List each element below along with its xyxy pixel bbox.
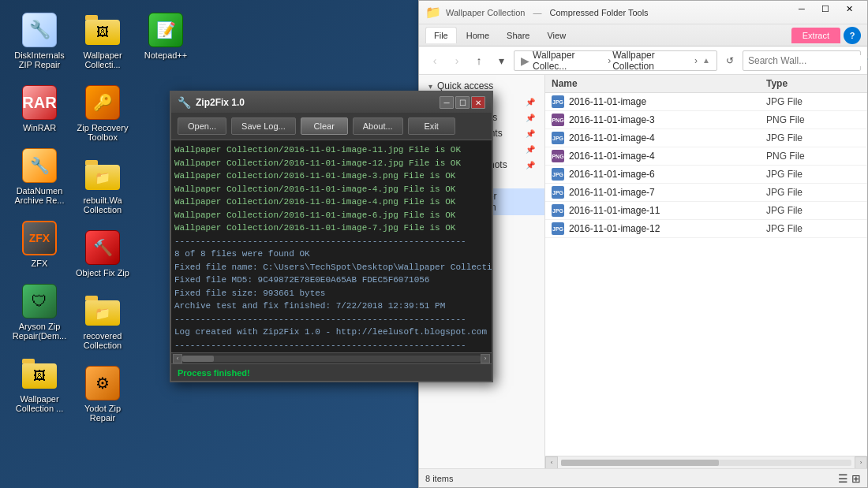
ribbon-tab-file[interactable]: File bbox=[425, 27, 457, 43]
file-row[interactable]: JPG 2016-11-01-image-7 JPG File bbox=[545, 184, 867, 202]
desktop-icon-aryson[interactable]: 🛡 Aryson Zip Repair(Dem... bbox=[8, 279, 71, 344]
desktop-icon-notepadpp[interactable]: 📝 Notepad++ bbox=[134, 8, 197, 63]
scroll-track-h bbox=[182, 356, 481, 362]
zip2fix-hscrollbar[interactable]: ‹ › bbox=[171, 352, 492, 363]
file-name: 2016-11-01-image bbox=[569, 96, 766, 107]
jpg-icon: JPG bbox=[552, 95, 564, 108]
icon-label-diskinternals: DiskInternals ZIP Repair bbox=[10, 50, 69, 69]
search-box[interactable]: 🔍 bbox=[743, 50, 861, 71]
ribbon-tab-home[interactable]: Home bbox=[458, 28, 497, 43]
explorer-path-title: Wallpaper Collection bbox=[446, 8, 525, 17]
desktop-icon-zip-recovery[interactable]: 🔑 Zip Recovery Toolbox bbox=[71, 80, 134, 145]
window-controls: ─ ☐ ✕ bbox=[790, 1, 861, 24]
zip2fix-window: 🔧 Zip2Fix 1.0 ─ ☐ ✕ Open... Save Log... … bbox=[170, 91, 493, 382]
recent-locations-button[interactable]: ▾ bbox=[492, 51, 511, 70]
scroll-thumb-h[interactable] bbox=[182, 356, 214, 362]
file-row[interactable]: PNG 2016-11-01-image-4 PNG File bbox=[545, 147, 867, 166]
desktop-icon-diskinternals[interactable]: 🔧 DiskInternals ZIP Repair bbox=[8, 8, 71, 73]
log-line: Wallpaper Collection/2016-11-01-image-4.… bbox=[174, 196, 488, 209]
icon-label-winrar: WinRAR bbox=[10, 123, 69, 132]
scroll-left[interactable]: ‹ bbox=[173, 354, 182, 363]
file-type: PNG File bbox=[766, 151, 861, 162]
log-line: ----------------------------------------… bbox=[174, 313, 488, 326]
log-line: Fixed file MD5: 9C49872E78E0E0A65AB FDEC… bbox=[174, 274, 488, 287]
icon-label-aryson: Aryson Zip Repair(Dem... bbox=[10, 322, 69, 341]
zip2fix-maximize[interactable]: ☐ bbox=[455, 96, 470, 109]
file-row[interactable]: JPG 2016-11-01-image-6 JPG File bbox=[545, 166, 867, 184]
jpg-icon: JPG bbox=[552, 204, 564, 217]
clear-button[interactable]: Clear bbox=[301, 117, 348, 135]
icon-label-zfx: ZFX bbox=[10, 259, 69, 268]
scroll-right[interactable]: › bbox=[481, 354, 490, 363]
icon-label-rebuilt: rebuilt.Wa Collection bbox=[73, 196, 133, 214]
close-button[interactable]: ✕ bbox=[837, 1, 861, 17]
log-line: Archive test and fix finished: 7/22/2018… bbox=[174, 300, 488, 313]
zip2fix-minimize[interactable]: ─ bbox=[440, 96, 454, 109]
file-row[interactable]: PNG 2016-11-01-image-3 PNG File bbox=[545, 111, 867, 129]
refresh-button[interactable]: ↺ bbox=[720, 51, 739, 70]
log-line: Wallpaper Collection/2016-11-01-image-7.… bbox=[174, 222, 488, 235]
log-line: Wallpaper Collection/2016-11-01-image-4.… bbox=[174, 183, 488, 196]
zip2fix-statusbar: Process finished! bbox=[171, 363, 492, 381]
log-line: Wallpaper Collection/2016-11-01-image-6.… bbox=[174, 209, 488, 222]
exit-button[interactable]: Exit bbox=[408, 117, 455, 135]
zip2fix-log[interactable]: Wallpaper Collection/2016-11-01-image-11… bbox=[171, 140, 492, 352]
ribbon-extract-btn[interactable]: Extract bbox=[791, 28, 840, 43]
file-name: 2016-11-01-image-7 bbox=[569, 187, 766, 198]
file-row[interactable]: JPG 2016-11-01-image-11 JPG File bbox=[545, 202, 867, 220]
view-controls: ☰ ⊞ bbox=[838, 472, 861, 485]
large-icons-btn[interactable]: ⊞ bbox=[851, 472, 861, 485]
png-icon: PNG bbox=[552, 150, 564, 162]
ribbon-tab-share[interactable]: Share bbox=[499, 28, 537, 43]
zip2fix-window-controls: ─ ☐ ✕ bbox=[440, 96, 485, 109]
ribbon-tab-view[interactable]: View bbox=[539, 28, 574, 43]
scroll-left-btn[interactable]: ‹ bbox=[545, 456, 558, 469]
desktop-icon-wallpaper2[interactable]: 🖼 Wallpaper Collecti... bbox=[71, 8, 134, 73]
save-log-button[interactable]: Save Log... bbox=[231, 117, 296, 135]
horizontal-scrollbar[interactable]: ‹ › bbox=[545, 456, 867, 468]
file-name: 2016-11-01-image-11 bbox=[569, 205, 766, 216]
log-line: Wallpaper Collection/2016-11-01-image-3.… bbox=[174, 169, 488, 183]
desktop-icon-rebuilt[interactable]: 📁 rebuilt.Wa Collection bbox=[71, 153, 134, 218]
icon-label-yodot: Yodot Zip Repair bbox=[73, 404, 133, 423]
column-type: Type bbox=[766, 78, 861, 89]
file-type: JPG File bbox=[766, 205, 861, 216]
jpg-icon: JPG bbox=[552, 222, 564, 235]
log-line: Fixed file size: 993661 bytes bbox=[174, 287, 488, 300]
search-input[interactable] bbox=[748, 55, 866, 66]
maximize-button[interactable]: ☐ bbox=[814, 1, 837, 17]
log-line: ----------------------------------------… bbox=[174, 339, 488, 352]
sidebar-item-label: Quick access bbox=[437, 80, 493, 91]
scroll-track bbox=[561, 460, 851, 466]
desktop-icon-datanumen[interactable]: 🔧 DataNumen Archive Re... bbox=[8, 143, 71, 208]
desktop-icon-yodot[interactable]: ⚙ Yodot Zip Repair bbox=[71, 361, 134, 426]
jpg-icon: JPG bbox=[552, 186, 564, 199]
icon-label-wallpaper1: Wallpaper Collection ... bbox=[10, 394, 69, 413]
scroll-right-btn[interactable]: › bbox=[855, 456, 867, 469]
item-count: 8 items bbox=[425, 474, 453, 483]
desktop-icon-wallpaper1[interactable]: 🖼 Wallpaper Collection ... bbox=[8, 352, 71, 416]
file-type: JPG File bbox=[766, 96, 861, 107]
details-view-btn[interactable]: ☰ bbox=[838, 472, 848, 485]
open-button[interactable]: Open... bbox=[178, 117, 226, 135]
desktop-icon-zfx[interactable]: ZFX ZFX bbox=[8, 216, 71, 271]
forward-button[interactable]: › bbox=[447, 51, 466, 70]
help-button[interactable]: ? bbox=[844, 27, 861, 44]
png-icon: PNG bbox=[552, 114, 564, 126]
back-button[interactable]: ‹ bbox=[425, 51, 444, 70]
up-button[interactable]: ↑ bbox=[470, 51, 488, 70]
file-row[interactable]: JPG 2016-11-01-image-12 JPG File bbox=[545, 220, 867, 238]
file-type: JPG File bbox=[766, 223, 861, 234]
desktop-icon-object-fix[interactable]: 🔨 Object Fix Zip bbox=[71, 225, 134, 281]
zip2fix-close[interactable]: ✕ bbox=[471, 96, 485, 109]
about-button[interactable]: About... bbox=[353, 117, 403, 135]
address-path[interactable]: ▶ Wallpaper Collec... › Wallpaper Collec… bbox=[514, 50, 717, 71]
file-row[interactable]: JPG 2016-11-01-image-4 JPG File bbox=[545, 129, 867, 147]
scroll-thumb[interactable] bbox=[561, 460, 719, 466]
file-row[interactable]: JPG 2016-11-01-image JPG File bbox=[545, 93, 867, 111]
minimize-button[interactable]: ─ bbox=[790, 1, 814, 17]
desktop-icon-winrar[interactable]: RAR WinRAR bbox=[8, 80, 71, 136]
icon-label-object-fix: Object Fix Zip bbox=[73, 268, 133, 278]
desktop-icon-recovered[interactable]: 📁 recovered Collection bbox=[71, 289, 134, 353]
zip2fix-titlebar: 🔧 Zip2Fix 1.0 ─ ☐ ✕ bbox=[171, 92, 492, 113]
